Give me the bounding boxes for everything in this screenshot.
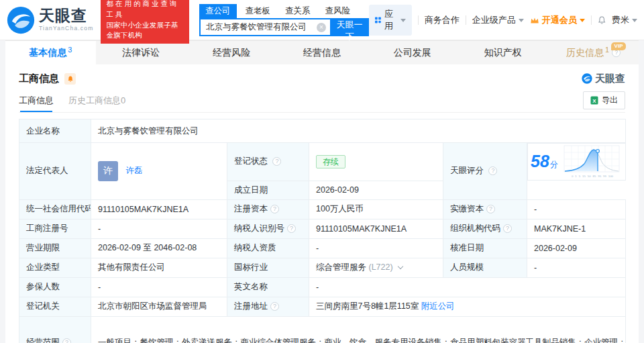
field-label: 企业类型 bbox=[26, 262, 60, 272]
field-value: - bbox=[98, 283, 101, 292]
field-label: 参保人数 bbox=[26, 282, 60, 291]
score-distribution-chart[interactable]: 0 1 5 15 50 85 95 99 100 bbox=[564, 145, 621, 179]
help-icon[interactable]: ? bbox=[270, 205, 279, 213]
vip-upgrade-label: 开通会员 bbox=[542, 14, 577, 26]
tab-operation-info[interactable]: 经营信息 bbox=[277, 41, 368, 64]
help-icon[interactable]: ? bbox=[272, 157, 281, 166]
app-grid-icon bbox=[375, 16, 381, 24]
help-icon[interactable]: ? bbox=[287, 224, 296, 233]
search-module: 查公司 查老板 查关系 查风险 × 天眼一下 bbox=[199, 3, 369, 36]
tab-label: 经营信息 bbox=[303, 47, 341, 59]
field-label: 经营范围 bbox=[26, 338, 60, 343]
monitor-bell-icon[interactable] bbox=[64, 73, 76, 85]
slogan-line1: 都在用的商业查询工具 bbox=[107, 0, 183, 20]
user-menu[interactable]: 费米 bbox=[612, 14, 637, 26]
chart-axis-labels: 0 1 5 15 50 85 95 99 100 bbox=[572, 175, 613, 177]
field-label: 法定代表人 bbox=[26, 166, 68, 175]
search-input[interactable] bbox=[201, 23, 317, 32]
search-tab-relation[interactable]: 查关系 bbox=[279, 4, 317, 18]
tab-count: 3 bbox=[68, 46, 72, 54]
tianyancha-logo[interactable]: 天眼查 TianYanCha.com bbox=[7, 6, 94, 34]
section-title: 工商信息 bbox=[19, 72, 59, 85]
industry-value: 综合管理服务 bbox=[316, 262, 366, 272]
brand-slogan: 都在用的商业查询工具 国家中小企业发展子基金旗下机构 bbox=[101, 0, 189, 44]
field-label: 登记状态 bbox=[234, 156, 268, 166]
help-icon[interactable]: ? bbox=[62, 338, 71, 343]
tianyancha-watermark: 天眼查 bbox=[582, 72, 625, 85]
score-number: 58 bbox=[531, 152, 549, 170]
industry-code: (L722) bbox=[368, 262, 392, 272]
vip-badge: VIP bbox=[611, 42, 627, 50]
field-value: 其他有限责任公司 bbox=[98, 262, 165, 272]
score-unit: 分 bbox=[550, 160, 558, 169]
search-tab-risk[interactable]: 查风险 bbox=[319, 4, 357, 18]
score-value[interactable]: 58分 bbox=[531, 153, 558, 170]
search-tab-boss[interactable]: 查老板 bbox=[239, 4, 277, 18]
table-row: 法定代表人 许 许磊 登记状态 ? 存续 天眼评分 ? 58分 bbox=[19, 143, 626, 181]
field-value: - bbox=[98, 224, 101, 234]
export-label: 导出 bbox=[602, 95, 618, 106]
tab-intellectual-property[interactable]: 知识产权 bbox=[458, 41, 548, 64]
header-right-nav: 应用 商务合作 企业级产品 开通会员 费米 bbox=[369, 5, 637, 36]
apps-menu[interactable]: 应用 bbox=[369, 5, 412, 36]
tab-basic-info[interactable]: 基本信息 3 bbox=[5, 41, 96, 64]
clear-search-icon[interactable]: × bbox=[317, 23, 326, 32]
tab-count: 1 bbox=[605, 46, 609, 54]
tab-company-development[interactable]: 公司发展 bbox=[367, 41, 458, 64]
field-value: 2026-02-09 bbox=[534, 244, 577, 253]
search-tabs: 查公司 查老板 查关系 查风险 bbox=[199, 3, 369, 18]
tianyancha-logo-icon bbox=[7, 6, 35, 34]
apps-label: 应用 bbox=[384, 8, 397, 32]
subtab-business-info[interactable]: 工商信息 bbox=[19, 89, 54, 112]
subtab-label: 工商信息 bbox=[19, 95, 54, 107]
help-icon[interactable]: ? bbox=[270, 302, 279, 311]
brand-name: 天眼查 bbox=[39, 8, 94, 23]
field-value: MAK7KJNE-1 bbox=[534, 224, 586, 234]
company-name-value: 北京与雾餐饮管理有限公司 bbox=[98, 126, 199, 136]
help-icon[interactable]: ? bbox=[488, 166, 497, 175]
field-value: - bbox=[534, 263, 537, 273]
enterprise-products-menu[interactable]: 企业级产品 bbox=[472, 14, 524, 26]
field-label: 注册地址 bbox=[234, 301, 268, 311]
field-label: 成立日期 bbox=[234, 185, 268, 195]
tab-operation-risk[interactable]: 经营风险 bbox=[186, 41, 277, 64]
field-value: 100万人民币 bbox=[316, 204, 364, 213]
chevron-down-icon[interactable] bbox=[398, 264, 403, 269]
export-button[interactable]: X 导出 bbox=[583, 91, 625, 109]
field-label: 天眼评分 bbox=[450, 166, 484, 175]
user-name: 费米 bbox=[612, 14, 629, 26]
company-nav-tabs: 基本信息 3 法律诉讼 经营风险 经营信息 公司发展 知识产权 VIP 历史信息… bbox=[5, 40, 639, 64]
address-value: 三间房南里7号8幢1层115室 bbox=[316, 301, 419, 311]
slogan-line2: 国家中小企业发展子基金旗下机构 bbox=[107, 20, 183, 42]
tab-history-info[interactable]: VIP 历史信息 1 ? bbox=[548, 41, 639, 64]
legal-rep-avatar[interactable]: 许 bbox=[98, 161, 118, 181]
table-row: 企业类型 其他有限责任公司 国标行业 综合管理服务 (L722) 人员规模 - bbox=[19, 258, 626, 277]
field-label: 纳税人资质 bbox=[234, 243, 276, 252]
field-value: 91110105MAK7KJNE1A bbox=[316, 224, 407, 234]
nearby-companies-link[interactable]: 附近公司 bbox=[421, 301, 455, 311]
biz-cooperation-link[interactable]: 商务合作 bbox=[425, 14, 460, 26]
field-label: 国标行业 bbox=[234, 262, 268, 272]
chevron-down-icon bbox=[580, 19, 585, 22]
field-label: 营业期限 bbox=[26, 243, 60, 252]
axis-tick: 50 bbox=[588, 175, 591, 177]
axis-tick: 5 bbox=[579, 175, 580, 177]
field-value: - bbox=[534, 205, 537, 214]
vip-upgrade-link[interactable]: 开通会员 bbox=[530, 14, 585, 26]
search-button[interactable]: 天眼一下 bbox=[330, 18, 369, 36]
notification-bell-icon[interactable] bbox=[598, 15, 606, 26]
tab-label: 历史信息 bbox=[566, 47, 604, 59]
divider bbox=[466, 15, 466, 25]
field-value: - bbox=[316, 283, 319, 292]
tianyancha-logo-icon bbox=[582, 73, 592, 84]
axis-tick: 95 bbox=[598, 175, 601, 177]
legal-rep-link[interactable]: 许磊 bbox=[125, 166, 142, 175]
subtab-history-business-info[interactable]: 历史工商信息0 bbox=[68, 89, 125, 112]
chevron-down-icon bbox=[400, 19, 406, 22]
tab-label: 法律诉讼 bbox=[122, 47, 160, 59]
field-label: 纳税人识别号 bbox=[234, 224, 284, 233]
help-icon[interactable]: ? bbox=[503, 224, 512, 233]
search-tab-company[interactable]: 查公司 bbox=[199, 4, 237, 18]
tab-legal-proceedings[interactable]: 法律诉讼 bbox=[96, 41, 186, 64]
help-icon[interactable]: ? bbox=[486, 205, 495, 213]
